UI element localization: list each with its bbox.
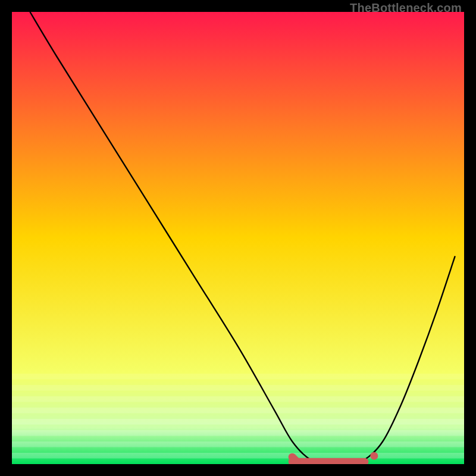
svg-rect-0 bbox=[12, 374, 464, 380]
svg-rect-5 bbox=[12, 430, 464, 436]
watermark-text: TheBottleneck.com bbox=[350, 1, 462, 15]
chart-frame bbox=[12, 12, 464, 464]
svg-rect-1 bbox=[12, 385, 464, 391]
svg-point-10 bbox=[370, 452, 378, 460]
svg-rect-7 bbox=[12, 453, 464, 459]
svg-rect-4 bbox=[12, 419, 464, 425]
svg-rect-2 bbox=[12, 396, 464, 402]
svg-line-9 bbox=[292, 457, 297, 462]
svg-rect-6 bbox=[12, 441, 464, 447]
svg-rect-3 bbox=[12, 408, 464, 414]
chart-plot bbox=[12, 12, 464, 464]
